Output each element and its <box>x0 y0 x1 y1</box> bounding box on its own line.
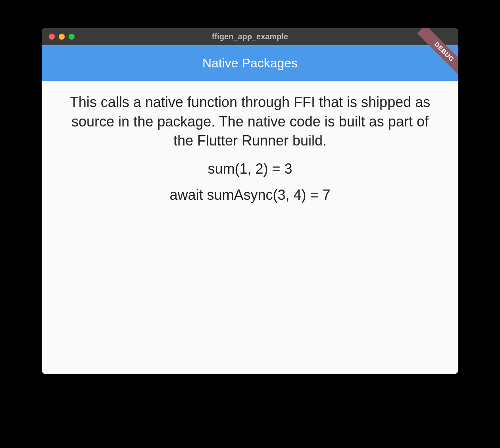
maximize-icon[interactable] <box>69 34 75 40</box>
minimize-icon[interactable] <box>59 34 65 40</box>
traffic-lights <box>49 34 75 40</box>
description-text: This calls a native function through FFI… <box>62 93 438 151</box>
window-title: ffigen_app_example <box>49 32 451 41</box>
appbar-title: Native Packages <box>202 56 298 71</box>
sum-async-result: await sumAsync(3, 4) = 7 <box>62 186 438 205</box>
app-bar: Native Packages <box>42 45 458 81</box>
close-icon[interactable] <box>49 34 55 40</box>
content-area: This calls a native function through FFI… <box>42 81 458 374</box>
window-titlebar: ffigen_app_example <box>42 28 458 45</box>
app-window: ffigen_app_example Native Packages DEBUG… <box>42 28 458 374</box>
sum-result: sum(1, 2) = 3 <box>62 159 438 179</box>
